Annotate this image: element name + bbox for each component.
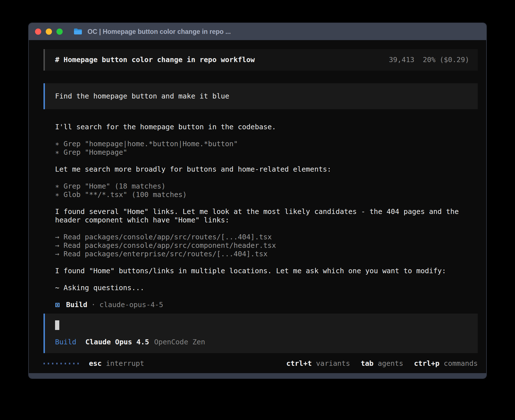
input-model-label: Claude Opus 4.5 [85, 338, 149, 346]
transcript-line: ∗ Grep "homepage|home.*button|Home.*butt… [55, 140, 475, 148]
keybind-label: commands [440, 359, 478, 368]
spinner-dot [77, 363, 79, 364]
user-message: Find the homepage button and make it blu… [43, 83, 478, 109]
transcript-line: → Read packages/enterprise/src/routes/[.… [55, 250, 475, 258]
keybind-hint: tab agents [361, 359, 403, 368]
session-header: # Homepage button color change in repo w… [43, 49, 478, 71]
transcript-line: I found several "Home" links. Let me loo… [55, 207, 475, 224]
transcript-line: ∗ Grep "Home" (18 matches) [55, 182, 475, 191]
close-button[interactable] [35, 29, 41, 35]
session-cost: ($0.29) [440, 56, 469, 64]
transcript-group: I found "Home" buttons/links in multiple… [55, 267, 475, 275]
keybind-key: ctrl+p [414, 359, 439, 368]
agent-status-line: Build · claude-opus-4-5 [43, 301, 478, 309]
input-provider-label: OpenCode Zen [154, 338, 205, 346]
folder-icon [73, 28, 82, 35]
input-footer: Build Claude Opus 4.5 OpenCode Zen [55, 338, 469, 346]
transcript-group: ∗ Grep "homepage|home.*button|Home.*butt… [55, 140, 475, 157]
transcript-group: I found several "Home" links. Let me loo… [55, 207, 475, 224]
keybind-label: interrupt [106, 359, 144, 368]
terminal: # Homepage button color change in repo w… [29, 40, 486, 373]
spinner-dot [69, 363, 70, 364]
transcript-line: → Read packages/console/app/src/routes/[… [55, 233, 475, 241]
transcript-line: I'll search for the homepage button in t… [55, 123, 475, 131]
transcript-group: Let me search more broadly for buttons a… [55, 165, 475, 174]
agent-badge-icon [55, 303, 60, 307]
input-agent-label: Build [55, 338, 76, 346]
spinner-dot [52, 363, 53, 364]
context-percent: 20% [423, 56, 435, 64]
keybind-hint: ctrl+t variants [286, 359, 350, 368]
agent-separator: · [91, 301, 95, 309]
text-cursor [55, 320, 59, 330]
transcript-line: ∗ Glob "**/*.tsx" (100 matches) [55, 191, 475, 199]
minimize-button[interactable] [46, 29, 52, 35]
transcript-line: I found "Home" buttons/links in multiple… [55, 267, 475, 275]
transcript-line: ∗ Grep "Homepage" [55, 148, 475, 157]
titlebar: OC | Homepage button color change in rep… [29, 23, 486, 40]
spinner-dot [73, 363, 75, 364]
session-title: # Homepage button color change in repo w… [55, 56, 255, 64]
keybind-key: ctrl+t [286, 359, 312, 368]
keybind-key: tab [361, 359, 374, 368]
transcript-group: ~ Asking questions... [55, 284, 475, 292]
token-count: 39,413 [389, 56, 414, 64]
transcript-line: ~ Asking questions... [55, 284, 475, 292]
statusbar-right: ctrl+t variantstab agentsctrl+p commands [286, 359, 478, 368]
prompt-input[interactable]: Build Claude Opus 4.5 OpenCode Zen [43, 314, 478, 353]
spinner-dots [43, 363, 79, 364]
transcript-line: Let me search more broadly for buttons a… [55, 165, 475, 174]
user-message-text: Find the homepage button and make it blu… [55, 92, 229, 100]
keybind-label: variants [312, 359, 350, 368]
spinner-dot [65, 363, 66, 364]
spinner-dot [56, 363, 58, 364]
transcript-line: → Read packages/console/app/src/componen… [55, 241, 475, 250]
transcript-group: I'll search for the homepage button in t… [55, 123, 475, 131]
transcript-group: ∗ Grep "Home" (18 matches)∗ Glob "**/*.t… [55, 182, 475, 199]
transcript-group: → Read packages/console/app/src/routes/[… [55, 233, 475, 258]
terminal-window: OC | Homepage button color change in rep… [28, 23, 487, 379]
keybind-key: esc [89, 359, 102, 368]
spinner-dot [43, 363, 45, 364]
keybind-interrupt: esc interrupt [89, 359, 144, 368]
keybind-label: agents [374, 359, 403, 368]
transcript: I'll search for the homepage button in t… [43, 123, 478, 292]
window-title: OC | Homepage button color change in rep… [88, 28, 231, 36]
agent-name: Build [66, 301, 87, 309]
session-stats: 39,413 20% ($0.29) [389, 56, 469, 64]
keybind-hint: ctrl+p commands [414, 359, 478, 368]
spinner-dot [60, 363, 62, 364]
agent-model: claude-opus-4-5 [99, 301, 163, 309]
statusbar: esc interrupt ctrl+t variantstab agentsc… [43, 359, 478, 368]
zoom-button[interactable] [56, 29, 63, 35]
spinner-dot [48, 363, 49, 364]
window-bottom-strip [29, 373, 486, 378]
